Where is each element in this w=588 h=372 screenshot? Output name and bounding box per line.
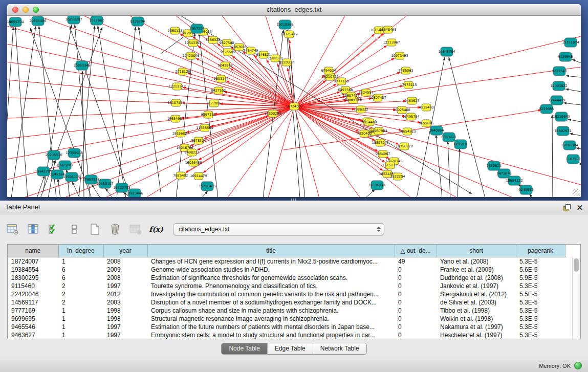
network-graph[interactable]: 9860123891295418226058982750881863281054…: [7, 16, 581, 197]
table-row[interactable]: 946554611997Estimation of the future num…: [8, 323, 565, 331]
graph-node[interactable]: 16648784: [438, 47, 455, 56]
graph-node[interactable]: 687919: [454, 140, 467, 149]
graph-node[interactable]: 8215955: [539, 104, 554, 114]
table-column-icon[interactable]: [25, 221, 42, 237]
graph-node[interactable]: 10958107: [96, 179, 113, 188]
table-row[interactable]: 1456911722003Disruption of a novel membe…: [8, 298, 565, 307]
graph-node[interactable]: 18495784: [402, 113, 419, 120]
tab-network-table[interactable]: Network Table: [313, 343, 366, 354]
graph-node[interactable]: 10807487: [369, 94, 386, 101]
column-header-title[interactable]: title: [147, 245, 395, 257]
table-row[interactable]: 946362711997Embryonic stem cells: a mode…: [8, 331, 565, 339]
table-scrollbar[interactable]: [572, 256, 580, 339]
graph-node[interactable]: 17359928: [66, 148, 82, 158]
graph-node[interactable]: 19654923: [399, 128, 416, 135]
graph-node[interactable]: 9175685: [221, 49, 235, 56]
graph-node[interactable]: 9227343: [552, 67, 567, 76]
graph-node[interactable]: 16210643: [553, 112, 570, 121]
graph-node[interactable]: 18107554: [167, 99, 184, 106]
tab-node-table[interactable]: Node Table: [222, 343, 268, 354]
graph-node[interactable]: 19654983: [167, 115, 184, 122]
graph-node[interactable]: 20206576: [45, 150, 62, 160]
table-row[interactable]: 1872400712008Changes of HCN gene express…: [8, 257, 565, 266]
graph-node[interactable]: 16039489: [185, 159, 202, 166]
graph-node[interactable]: 12444419: [548, 96, 565, 105]
svg-text:1588520: 1588520: [268, 56, 283, 60]
graph-node[interactable]: 12093822: [550, 81, 567, 91]
graph-node[interactable]: 20053346: [73, 61, 90, 70]
graph-edge: [139, 27, 161, 192]
graph-node[interactable]: 13505115: [63, 172, 80, 182]
graph-node[interactable]: 17975115: [400, 81, 417, 89]
graph-node[interactable]: 1145194: [50, 170, 65, 179]
table-row[interactable]: 1938455462009Genome-wide association stu…: [8, 266, 565, 274]
graph-node[interactable]: 8878334: [191, 137, 206, 144]
graph-node[interactable]: 10543392: [184, 39, 201, 47]
column-header-out_de[interactable]: △ out_de...: [395, 245, 437, 257]
graph-node[interactable]: 9129946: [558, 52, 573, 61]
graph-node[interactable]: 12923446: [126, 189, 143, 197]
graph-node[interactable]: 1640954: [429, 126, 444, 135]
graph-node[interactable]: 22420046: [182, 52, 199, 59]
column-header-in_degree[interactable]: in_degree: [58, 245, 103, 257]
graph-node[interactable]: 9177006: [207, 100, 222, 107]
graph-node[interactable]: 9699695: [419, 120, 434, 127]
graph-node[interactable]: 1527662: [90, 16, 104, 25]
column-header-short[interactable]: short: [437, 245, 516, 257]
graph-node[interactable]: 9242848: [218, 62, 233, 69]
graph-node[interactable]: 1167553: [566, 155, 581, 164]
graph-node[interactable]: 8427552: [211, 87, 226, 94]
graph-node[interactable]: 2718120: [176, 68, 190, 75]
function-icon[interactable]: f(x): [147, 221, 165, 237]
graph-node[interactable]: 6953923: [442, 133, 456, 142]
graph-node[interactable]: 15716485: [199, 182, 215, 191]
table-row[interactable]: 969969511998Structural magnetic resonanc…: [8, 315, 565, 323]
rows-icon[interactable]: [66, 221, 83, 237]
table-row[interactable]: 911546021997Tourette syndrome. Phenomeno…: [8, 282, 565, 290]
graph-node[interactable]: 9245652: [519, 185, 534, 194]
graph-node[interactable]: 16914479: [190, 172, 207, 180]
graph-node[interactable]: 9463627: [405, 97, 420, 104]
graph-node[interactable]: 8135704: [130, 17, 145, 26]
graph-node[interactable]: 10973493: [391, 52, 408, 59]
network-window-titlebar[interactable]: citations_edges.txt: [7, 4, 581, 16]
table-scrollbar-thumb[interactable]: [574, 258, 579, 272]
table-row[interactable]: 2242004622012Investigating the contribut…: [8, 290, 565, 298]
graph-node[interactable]: 10853287: [65, 16, 82, 24]
close-panel-icon[interactable]: ✕: [576, 204, 583, 211]
graph-node[interactable]: 17016504: [561, 141, 578, 150]
graph-node[interactable]: 6794024: [321, 67, 336, 74]
float-panel-icon[interactable]: [563, 204, 570, 211]
table-gear-icon[interactable]: [4, 221, 21, 237]
graph-node[interactable]: 16136141: [368, 181, 385, 190]
graph-node[interactable]: 8186328: [206, 36, 221, 43]
checklist-icon[interactable]: [45, 221, 62, 237]
graph-node[interactable]: 19218596: [276, 20, 293, 29]
table-selector-dropdown[interactable]: citations_edges.txt: [173, 223, 384, 235]
graph-node[interactable]: 12213967: [383, 39, 400, 46]
trash-icon[interactable]: [106, 221, 124, 237]
graph-node[interactable]: 19166827: [172, 130, 189, 137]
tab-edge-table[interactable]: Edge Table: [268, 343, 313, 354]
table-row[interactable]: 977716911998Corpus callosum shape and si…: [8, 307, 565, 315]
window-resize-grip[interactable]: [573, 189, 580, 196]
new-document-icon[interactable]: [86, 221, 103, 237]
graph-node[interactable]: 9115460: [419, 104, 434, 111]
graph-node[interactable]: 2803144: [214, 75, 229, 82]
graph-node[interactable]: 9867130: [201, 111, 216, 118]
graph-node[interactable]: 7957224: [190, 24, 205, 33]
graph-node[interactable]: 19055724: [7, 17, 24, 27]
graph-node[interactable]: 10654122: [506, 176, 522, 185]
column-header-year[interactable]: year: [103, 245, 147, 257]
graph-node[interactable]: 15692971: [554, 126, 571, 136]
graph-node[interactable]: 7485063: [399, 67, 413, 74]
column-header-pagerank[interactable]: pagerank: [516, 245, 565, 257]
graph-node[interactable]: 11355564: [196, 124, 213, 132]
memory-status-indicator[interactable]: [574, 362, 582, 369]
table-row[interactable]: 1830029562008Estimation of significance …: [8, 274, 565, 282]
graph-node[interactable]: 20691406: [29, 16, 46, 26]
graph-node[interactable]: 15751074: [562, 38, 579, 47]
column-header-name[interactable]: name: [8, 245, 58, 257]
network-canvas[interactable]: 9860123891295418226058982750881863281054…: [7, 16, 581, 197]
graph-node[interactable]: 10975887: [56, 161, 73, 170]
